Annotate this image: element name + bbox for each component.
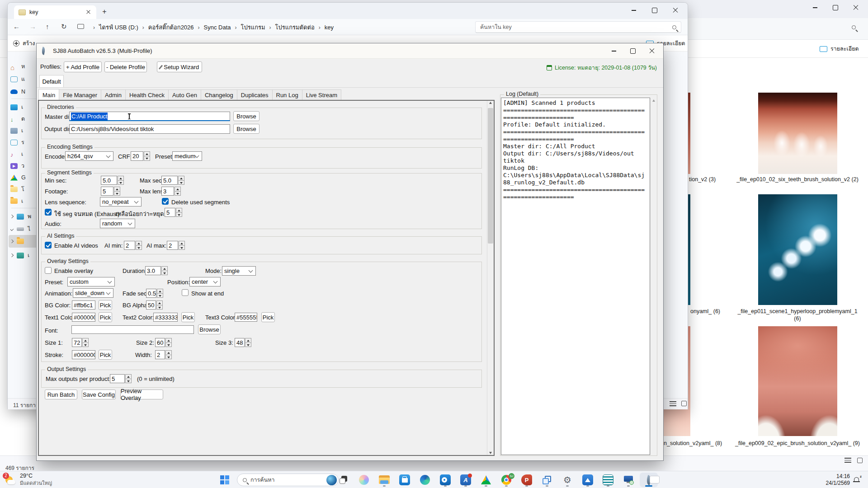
taskbar-icon-anydesk[interactable] xyxy=(579,473,597,487)
list-view-toggle-icon[interactable] xyxy=(670,401,676,406)
run-batch-button[interactable]: Run Batch xyxy=(45,389,77,399)
back-search-icon[interactable] xyxy=(852,25,856,29)
breadcrumb-item[interactable]: ไดรฟ์ USB (D:) xyxy=(99,23,138,32)
scroll-down-arrow[interactable] xyxy=(489,452,492,454)
taskbar-icon-remote-pc[interactable] xyxy=(619,473,637,487)
tray-clock[interactable]: 14:16 24/1/2569 xyxy=(819,473,850,487)
breadcrumb-item[interactable]: Sync Data xyxy=(204,24,231,31)
min-sec-input[interactable]: 5.0 xyxy=(101,176,117,185)
file-label[interactable]: n_solution_v2yaml_ (8) xyxy=(664,440,722,446)
ai-max-stepper[interactable] xyxy=(179,241,185,250)
fade-sec-input[interactable]: 0.5 xyxy=(146,289,156,298)
show-at-end-checkbox[interactable] xyxy=(182,289,189,296)
taskbar-icon-chrome[interactable]: SJ xyxy=(497,473,515,487)
size1-input[interactable]: 72 xyxy=(72,338,82,347)
taskbar-icon-copilot[interactable] xyxy=(355,473,373,487)
file-label[interactable]: _file_ep010_02_six_teeth_brush_solution_… xyxy=(725,176,868,183)
duration-stepper[interactable] xyxy=(161,266,168,275)
preview-overlay-button[interactable]: Preview Overlay xyxy=(120,389,163,399)
overlay-preset-select[interactable]: custom xyxy=(67,277,115,286)
taskbar-icon-store[interactable] xyxy=(396,473,414,487)
back-minimize-button[interactable] xyxy=(806,1,825,14)
taskbar-icon-file-explorer[interactable] xyxy=(375,473,393,487)
remain-stop-stepper[interactable] xyxy=(176,208,182,217)
explorer-tab-key[interactable]: key xyxy=(14,5,96,19)
taskbar-icon-task-view[interactable] xyxy=(335,473,353,487)
taskbar-icon-edge[interactable] xyxy=(416,473,434,487)
crf-input[interactable]: 20 xyxy=(131,151,143,161)
taskbar-icon-settings[interactable]: ⚙ xyxy=(558,473,576,487)
max-sec-stepper[interactable] xyxy=(178,176,184,185)
size2-input[interactable]: 60 xyxy=(155,338,165,347)
bg-color-pick-button[interactable]: Pick xyxy=(99,300,112,310)
setup-wizard-button[interactable]: Setup Wizard xyxy=(157,61,202,72)
stroke-input[interactable]: #000000 xyxy=(72,350,95,359)
start-button[interactable] xyxy=(216,473,234,487)
weather-widget[interactable]: 2 29°C มีแดดส่วนใหญ่ xyxy=(3,472,93,488)
output-browse-button[interactable]: Browse xyxy=(233,124,259,134)
file-thumbnail-xray[interactable] xyxy=(758,194,837,305)
up-nav-icon[interactable]: ↑ xyxy=(46,23,49,30)
file-thumbnail-teeth[interactable] xyxy=(758,93,837,174)
taskbar-icon-powerpoint[interactable]: P xyxy=(518,473,536,487)
size1-stepper[interactable] xyxy=(82,338,89,347)
file-label[interactable]: tion_v2 (3) xyxy=(689,176,716,183)
file-label[interactable]: _file_ep009_02_epic_brush_solution_v2yam… xyxy=(725,440,868,446)
key-maximize-button[interactable] xyxy=(645,4,664,17)
font-input[interactable] xyxy=(71,325,194,334)
scroll-thumb[interactable] xyxy=(488,108,493,244)
delete-used-segments-checkbox[interactable] xyxy=(162,198,169,205)
ai-max-input[interactable]: 2 xyxy=(167,241,178,250)
tab-main[interactable]: Main xyxy=(38,89,59,101)
tray-keyboard-icon[interactable] xyxy=(650,476,660,483)
bg-color-input[interactable]: #ffb6c1 xyxy=(72,300,95,310)
stroke-width-stepper[interactable] xyxy=(165,350,172,359)
bg-alpha-input[interactable]: 50 xyxy=(146,300,156,310)
ai-min-stepper[interactable] xyxy=(136,241,142,250)
app-minimize-button[interactable] xyxy=(604,44,623,58)
taskbar-icon-snipping-tool[interactable] xyxy=(538,473,556,487)
footage-stepper[interactable] xyxy=(114,187,120,196)
text2-color-input[interactable]: #333333 xyxy=(153,313,178,322)
size3-stepper[interactable] xyxy=(245,338,251,347)
max-outputs-input[interactable]: 5 xyxy=(110,374,125,383)
breadcrumb-item[interactable]: คอร์สติ๊กต้อก2026 xyxy=(148,23,194,32)
preset-select[interactable]: medium xyxy=(172,151,202,161)
ai-min-input[interactable]: 2 xyxy=(124,241,135,250)
taskbar-icon-outlook[interactable] xyxy=(436,473,454,487)
bg-alpha-stepper[interactable] xyxy=(156,300,163,310)
content-scrollbar[interactable] xyxy=(487,101,494,455)
animation-select[interactable]: slide_down xyxy=(73,288,113,298)
taskbar-icon-design-tool[interactable]: A xyxy=(457,473,475,487)
forward-nav-icon[interactable]: → xyxy=(29,23,36,30)
new-button[interactable]: สร้าง xyxy=(13,38,35,49)
back-details-button[interactable]: รายละเอียด xyxy=(820,42,867,55)
lens-sequence-select[interactable]: no_repeat xyxy=(100,197,142,206)
enable-overlay-checkbox[interactable] xyxy=(45,267,52,274)
stroke-width-input[interactable]: 2 xyxy=(155,350,165,359)
file-label[interactable]: _file_ep011_scene1_hyperloop_problemyaml… xyxy=(725,308,868,314)
exhaust-checkbox[interactable] xyxy=(45,209,52,216)
back-close-button[interactable] xyxy=(846,1,865,14)
new-tab-button[interactable]: + xyxy=(100,7,109,16)
size3-input[interactable]: 48 xyxy=(235,338,245,347)
duration-input[interactable]: 3.0 xyxy=(145,266,161,275)
grid-view-toggle-icon[interactable] xyxy=(681,401,687,406)
enable-ai-videos-checkbox[interactable] xyxy=(45,242,52,249)
add-profile-button[interactable]: + Add Profile xyxy=(64,61,102,72)
audio-select[interactable]: random xyxy=(100,219,135,228)
refresh-icon[interactable]: ↻ xyxy=(61,23,67,31)
text1-pick-button[interactable]: Pick xyxy=(99,312,112,322)
encoder-select[interactable]: h264_qsv xyxy=(65,151,113,161)
crf-stepper[interactable] xyxy=(144,151,150,161)
master-dir-input[interactable]: C:/All Product xyxy=(69,112,230,121)
delete-profile-button[interactable]: - Delete Profile xyxy=(104,61,147,72)
text3-pick-button[interactable]: Pick xyxy=(261,312,275,322)
file-thumbnail-gums[interactable] xyxy=(758,326,837,436)
list-view-toggle-icon[interactable] xyxy=(844,458,851,463)
tab-close-icon[interactable] xyxy=(85,9,92,15)
search-input[interactable]: ค้นหาใน key xyxy=(475,21,681,33)
text1-color-input[interactable]: #000000 xyxy=(72,313,95,322)
position-select[interactable]: center xyxy=(189,277,221,286)
app-maximize-button[interactable] xyxy=(623,44,642,58)
